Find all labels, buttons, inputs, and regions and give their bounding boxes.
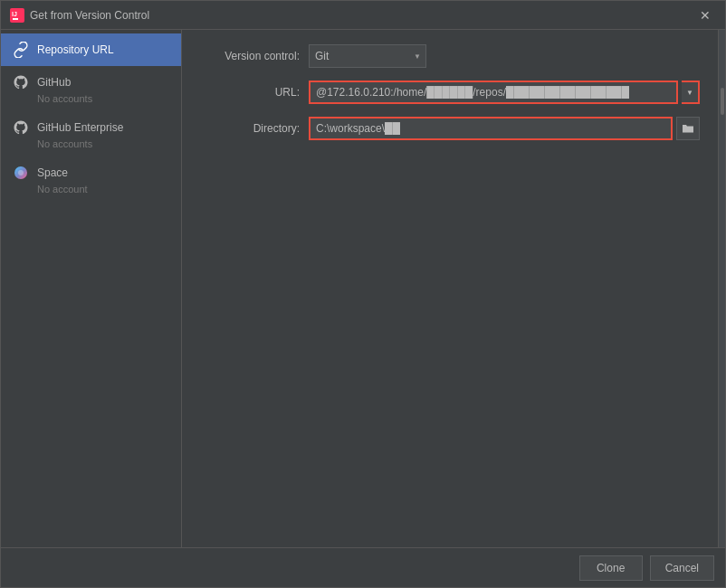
close-button[interactable]: ✕ <box>694 6 716 24</box>
version-control-label: Version control: <box>200 50 300 62</box>
sidebar-label-repository-url: Repository URL <box>37 43 114 56</box>
sidebar-sublabel-github: No accounts <box>12 93 170 104</box>
bottom-bar: Clone Cancel <box>1 547 725 587</box>
cancel-button[interactable]: Cancel <box>650 555 714 581</box>
intellij-icon: IJ <box>10 8 24 23</box>
url-label: URL: <box>200 86 300 99</box>
dialog-title: Get from Version Control <box>30 9 149 22</box>
sidebar-sublabel-space: No account <box>12 184 170 194</box>
sidebar-item-github-enterprise[interactable]: GitHub Enterprise No accounts <box>1 111 181 156</box>
space-icon <box>12 164 30 182</box>
sidebar-sublabel-github-enterprise: No accounts <box>12 138 170 149</box>
version-control-select[interactable]: Git <box>309 44 426 68</box>
browse-button[interactable] <box>676 117 700 140</box>
url-row: URL: ▼ <box>200 81 700 104</box>
scrollbar[interactable] <box>718 30 725 547</box>
url-dropdown-button[interactable]: ▼ <box>682 81 700 104</box>
directory-label: Directory: <box>200 122 300 135</box>
svg-rect-1 <box>13 18 18 20</box>
directory-row: Directory: <box>200 117 700 140</box>
content-area: Repository URL GitHub No accounts <box>1 30 725 547</box>
get-from-vcs-dialog: IJ Get from Version Control ✕ Repository… <box>0 0 726 588</box>
title-bar-left: IJ Get from Version Control <box>10 8 149 23</box>
link-icon <box>12 41 30 59</box>
folder-icon <box>682 122 694 135</box>
sidebar-item-repository-url[interactable]: Repository URL <box>1 33 181 66</box>
directory-input-wrapper <box>309 117 700 140</box>
directory-input[interactable] <box>309 117 673 140</box>
sidebar-label-space: Space <box>37 166 68 179</box>
sidebar-label-github-enterprise: GitHub Enterprise <box>37 121 123 134</box>
version-control-wrapper: Git <box>309 44 700 68</box>
version-control-select-wrapper: Git <box>309 44 426 68</box>
url-input[interactable] <box>309 81 678 104</box>
github-icon <box>12 73 30 91</box>
sidebar-item-github[interactable]: GitHub No accounts <box>1 66 181 111</box>
clone-button[interactable]: Clone <box>579 555 643 581</box>
scroll-thumb <box>721 88 724 115</box>
url-input-wrapper: ▼ <box>309 81 700 104</box>
sidebar-item-space[interactable]: Space No account <box>1 156 181 202</box>
svg-text:IJ: IJ <box>12 11 17 17</box>
version-control-row: Version control: Git <box>200 44 700 68</box>
sidebar-label-github: GitHub <box>37 76 71 89</box>
main-panel: Version control: Git URL: ▼ <box>182 30 718 547</box>
sidebar: Repository URL GitHub No accounts <box>1 30 182 547</box>
svg-point-4 <box>18 170 24 175</box>
title-bar: IJ Get from Version Control ✕ <box>1 1 725 30</box>
github-enterprise-icon <box>12 119 30 137</box>
